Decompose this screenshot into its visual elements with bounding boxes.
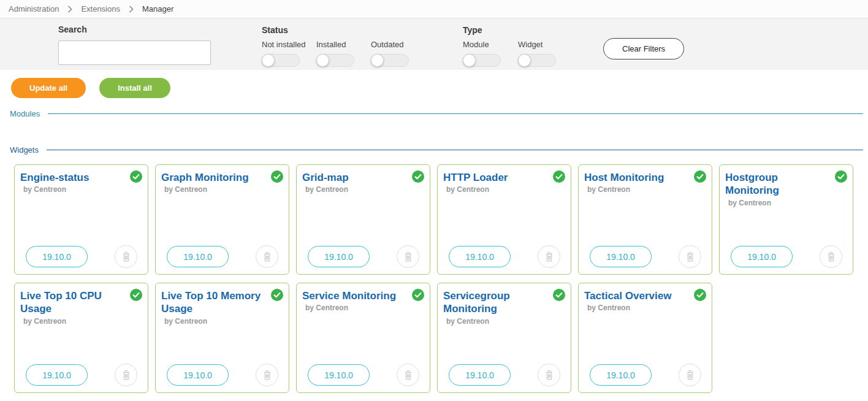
card-author: by Centreon	[587, 304, 704, 312]
trash-icon	[262, 369, 273, 381]
delete-button[interactable]	[397, 245, 419, 268]
filter-panel: Search Status Not installed Installed Ou…	[0, 18, 868, 70]
card-footer: 19.10.0	[167, 364, 278, 386]
toggle-knob	[371, 54, 384, 67]
version-button[interactable]: 19.10.0	[449, 246, 511, 267]
extension-card[interactable]: HTTP Loader by Centreon 19.10.0	[437, 164, 571, 275]
breadcrumb: Administration Extensions Manager	[0, 0, 868, 18]
extension-card[interactable]: Live Top 10 Memory Usage by Centreon 19.…	[155, 283, 289, 393]
version-button[interactable]: 19.10.0	[26, 364, 88, 386]
toggle-knob	[262, 54, 275, 67]
filter-installed: Installed	[316, 40, 354, 69]
card-author: by Centreon	[587, 185, 704, 194]
breadcrumb-manager: Manager	[142, 4, 173, 13]
trash-icon	[262, 251, 273, 263]
card-author: by Centreon	[728, 199, 845, 207]
trash-icon	[121, 251, 132, 263]
check-circle-icon	[130, 170, 142, 183]
card-footer: 19.10.0	[590, 245, 701, 268]
section-divider-line	[48, 113, 863, 114]
not-installed-toggle[interactable]	[262, 54, 300, 67]
trash-icon	[403, 369, 414, 381]
install-all-button[interactable]: Install all	[99, 78, 170, 98]
card-author: by Centreon	[305, 304, 422, 312]
search-group: Search	[58, 25, 211, 65]
trash-icon	[826, 251, 837, 263]
card-footer: 19.10.0	[590, 364, 701, 386]
widget-toggle[interactable]	[518, 54, 556, 67]
check-circle-icon	[694, 170, 706, 183]
delete-button[interactable]	[115, 245, 137, 268]
check-circle-icon	[271, 289, 283, 301]
modules-section-title: Modules	[10, 109, 40, 118]
card-author: by Centreon	[446, 317, 563, 326]
modules-section-header: Modules	[10, 109, 863, 118]
check-circle-icon	[412, 170, 424, 183]
check-circle-icon	[553, 170, 565, 183]
filter-module: Module	[463, 40, 501, 69]
filter-not-installed: Not installed	[262, 40, 306, 69]
card-author: by Centreon	[446, 185, 563, 194]
breadcrumb-administration[interactable]: Administration	[9, 4, 59, 13]
breadcrumb-extensions[interactable]: Extensions	[81, 4, 120, 13]
toggle-label: Not installed	[262, 40, 306, 49]
delete-button[interactable]	[115, 364, 137, 386]
extension-card[interactable]: Service Monitoring by Centreon 19.10.0	[296, 283, 430, 393]
delete-button[interactable]	[397, 364, 419, 386]
toggle-label: Widget	[518, 40, 556, 49]
version-button[interactable]: 19.10.0	[167, 364, 229, 386]
trash-icon	[685, 369, 696, 381]
widgets-section-header: Widgets	[10, 145, 863, 155]
delete-button[interactable]	[820, 245, 842, 268]
card-title: Graph Monitoring	[161, 171, 267, 184]
extension-card[interactable]: Hostgroup Monitoring by Centreon 19.10.0	[719, 164, 853, 275]
type-label: Type	[463, 25, 482, 35]
version-button[interactable]: 19.10.0	[590, 364, 652, 386]
version-button[interactable]: 19.10.0	[167, 246, 229, 267]
version-button[interactable]: 19.10.0	[731, 246, 793, 267]
extension-card[interactable]: Host Monitoring by Centreon 19.10.0	[578, 164, 712, 275]
version-button[interactable]: 19.10.0	[308, 364, 370, 386]
card-title: Live Top 10 Memory Usage	[161, 289, 267, 316]
module-toggle[interactable]	[463, 54, 501, 67]
extension-card[interactable]: Servicegroup Monitoring by Centreon 19.1…	[437, 283, 571, 393]
check-circle-icon	[130, 289, 142, 301]
search-label: Search	[58, 25, 211, 34]
delete-button[interactable]	[256, 364, 278, 386]
card-footer: 19.10.0	[167, 245, 278, 268]
card-author: by Centreon	[164, 185, 281, 194]
extension-card[interactable]: Live Top 10 CPU Usage by Centreon 19.10.…	[14, 283, 148, 393]
card-title: HTTP Loader	[443, 171, 549, 184]
widgets-section-title: Widgets	[10, 145, 39, 155]
delete-button[interactable]	[538, 245, 560, 268]
installed-toggle[interactable]	[316, 54, 354, 67]
card-footer: 19.10.0	[731, 245, 842, 268]
card-author: by Centreon	[23, 185, 140, 194]
extension-card[interactable]: Engine-status by Centreon 19.10.0	[14, 164, 148, 275]
section-divider-line	[47, 150, 863, 150]
version-button[interactable]: 19.10.0	[590, 246, 652, 267]
version-button[interactable]: 19.10.0	[26, 246, 88, 267]
version-button[interactable]: 19.10.0	[449, 364, 511, 386]
filter-widget: Widget	[518, 40, 556, 69]
card-title: Hostgroup Monitoring	[725, 171, 831, 197]
card-title: Grid-map	[302, 171, 408, 184]
extension-card[interactable]: Grid-map by Centreon 19.10.0	[296, 164, 430, 275]
delete-button[interactable]	[538, 364, 560, 386]
outdated-toggle[interactable]	[371, 54, 409, 67]
check-circle-icon	[553, 289, 565, 301]
version-button[interactable]: 19.10.0	[308, 246, 370, 267]
update-all-button[interactable]: Update all	[11, 78, 86, 98]
delete-button[interactable]	[679, 245, 701, 268]
delete-button[interactable]	[256, 245, 278, 268]
extension-card[interactable]: Tactical Overview by Centreon 19.10.0	[578, 283, 712, 393]
widgets-grid: Engine-status by Centreon 19.10.0	[0, 164, 868, 401]
card-title: Live Top 10 CPU Usage	[20, 289, 126, 316]
card-footer: 19.10.0	[449, 364, 560, 386]
search-input[interactable]	[58, 40, 211, 65]
clear-filters-button[interactable]: Clear Filters	[603, 38, 684, 59]
toggle-knob	[518, 54, 531, 67]
extension-card[interactable]: Graph Monitoring by Centreon 19.10.0	[155, 164, 289, 275]
delete-button[interactable]	[679, 364, 701, 386]
card-footer: 19.10.0	[26, 364, 137, 386]
